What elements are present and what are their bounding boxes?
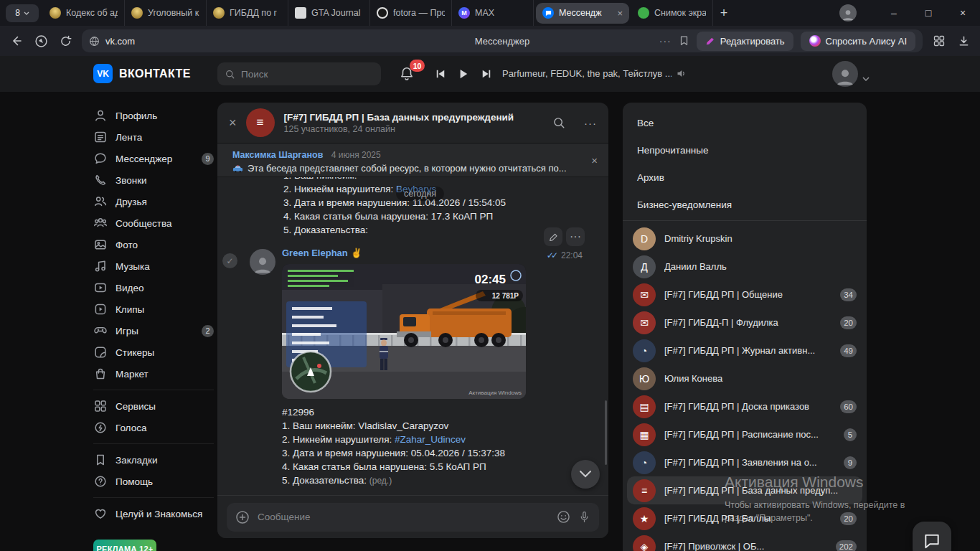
message-input[interactable]: Сообщение [227, 503, 599, 532]
browser-home-icon[interactable] [33, 33, 49, 49]
sidebar-item-games[interactable]: Игры2 [93, 320, 214, 342]
browser-tab-5[interactable]: MMAX [452, 0, 534, 26]
search-input[interactable]: Поиск [217, 62, 381, 85]
browser-tab-3[interactable]: GTA Journal [288, 0, 370, 26]
player-volume-icon[interactable] [676, 68, 687, 82]
ask-alice-button[interactable]: Спросить Алису AI [801, 32, 915, 51]
browser-tab-6[interactable]: Мессендж× [536, 3, 629, 24]
maximize-button[interactable]: □ [911, 0, 946, 26]
attach-plus-icon[interactable] [235, 510, 250, 524]
message-select-check-icon[interactable]: ✓ [222, 253, 237, 268]
sidebar-item-label: Лента [116, 132, 142, 143]
conversation-item-6[interactable]: ▤[F#7] ГИБДД РП | Доска приказов60 [623, 392, 867, 420]
message-image-attachment[interactable]: 02:45 12 781Р Активация Windows [282, 264, 526, 399]
message-author-avatar[interactable] [250, 249, 275, 275]
conversation-item-7[interactable]: ▦[F#7] ГИБДД РП | Расписание пос...5 [623, 420, 867, 448]
chatlist-filter-2[interactable]: Архив [623, 164, 867, 191]
communities-icon [93, 216, 108, 230]
chat-search-icon[interactable] [552, 116, 565, 129]
url-text: vk.com [105, 36, 135, 47]
scroll-to-bottom-button[interactable] [571, 460, 600, 489]
bookmark-icon[interactable] [679, 35, 689, 47]
browser-tab-1[interactable]: Уголовный к [125, 0, 207, 26]
close-window-button[interactable]: × [946, 0, 980, 26]
conversation-item-8[interactable]: ◔[F#7] ГИБДД РП | Заявления на о...9 [623, 448, 867, 476]
sidebar-item-market[interactable]: Маркет [93, 363, 214, 385]
edit-button[interactable]: Редактировать [697, 32, 793, 51]
browser-profile-avatar[interactable] [839, 4, 857, 22]
sidebar-item-profile[interactable]: Профиль [93, 105, 214, 126]
player-prev-button[interactable] [433, 67, 448, 80]
message-more-icon[interactable]: ··· [566, 227, 585, 246]
sidebar-item-calls[interactable]: Звонки [93, 169, 214, 191]
sidebar-item-photos[interactable]: Фото [93, 234, 214, 255]
browser-tab-2[interactable]: ГИБДД по г [207, 0, 288, 26]
extensions-icon[interactable] [931, 33, 947, 49]
message-author[interactable]: Green Elephan [282, 248, 348, 258]
sidebar-item-clips[interactable]: Клипы [93, 298, 214, 320]
ad-badge[interactable]: РЕКЛАМА 12+ [93, 540, 156, 551]
game-watermark: Активация Windows [468, 390, 522, 396]
emoji-icon[interactable] [557, 510, 570, 524]
downloads-icon[interactable] [956, 33, 971, 49]
browser-tab-7[interactable]: Снимок экра [631, 0, 713, 26]
vk-logo[interactable]: VK ВКОНТАКТЕ [93, 64, 191, 83]
services-icon [93, 399, 108, 413]
back-button[interactable] [9, 33, 24, 49]
sidebar-item-votes[interactable]: Голоса [93, 417, 214, 438]
conversation-item-0[interactable]: DDmitriy Krupskin [623, 225, 867, 253]
sidebar-item-help[interactable]: Помощь [93, 471, 214, 492]
conversation-item-9[interactable]: ≡[F#7] ГИБДД РП | База данных предуп... [627, 476, 862, 504]
conversation-item-5[interactable]: ЮЮлия Конева [623, 364, 867, 392]
player-track-title[interactable]: Parfumeur, FEDUK, the pak, Тейстлув ... [502, 68, 672, 79]
sidebar-item-friends[interactable]: Друзья [93, 191, 214, 212]
conversation-item-10[interactable]: ★[F#7] ГИБДД РП | Баллы20 [623, 504, 867, 532]
sidebar-item-services[interactable]: Сервисы [93, 395, 214, 417]
sidebar-item-dating[interactable]: Целуй и Знакомься [93, 503, 214, 524]
new-tab-button[interactable]: + [713, 6, 735, 21]
address-field[interactable]: vk.com Мессенджер ··· Редактировать Спро… [82, 29, 923, 52]
mention-link[interactable]: #Zahar_Udincev [395, 434, 466, 445]
browser-tab-4[interactable]: fotora — Про [370, 0, 452, 26]
conversation-item-3[interactable]: ✉[F#7] ГИБДД-П | Флудилка20 [623, 309, 867, 336]
vk-logo-icon: VK [93, 64, 113, 83]
game-hud-money: 12 781Р [492, 292, 519, 300]
sidebar-item-video[interactable]: Видео [93, 277, 214, 298]
message[interactable]: ✓ ··· ✓✓ 22:04 Green Elephan✌ [217, 246, 608, 488]
group-chat-avatar: ✉ [633, 311, 656, 334]
tab-group-button[interactable]: 8 [6, 4, 39, 22]
vk-profile-avatar[interactable] [832, 61, 858, 87]
conversation-item-2[interactable]: ✉[F#7] ГИБДД РП | Общение34 [623, 281, 867, 309]
support-chat-button[interactable] [913, 522, 951, 551]
message-text-segment: 1. Ваш никнейм: [283, 177, 357, 181]
player-play-button[interactable] [456, 67, 471, 80]
sidebar-item-stickers[interactable]: Стикеры [93, 342, 214, 363]
message[interactable]: 1. Ваш никнейм:2. Никнейм нарушителя: Be… [283, 177, 506, 237]
chat-scrollbar[interactable] [605, 400, 607, 465]
chat-more-icon[interactable]: ··· [584, 117, 597, 129]
address-more-icon[interactable]: ··· [659, 35, 672, 47]
sidebar-item-messenger[interactable]: Мессенджер9 [93, 148, 214, 169]
microphone-icon[interactable] [578, 510, 590, 524]
refresh-button[interactable] [57, 33, 73, 49]
browser-tab-0[interactable]: Кодекс об ад [43, 0, 125, 26]
conversation-item-4[interactable]: ◔[F#7] ГИБДД РП | Журнал активн...49 [623, 336, 867, 364]
chat-avatar[interactable]: ≡ [246, 108, 275, 137]
tab-close-icon[interactable]: × [617, 8, 623, 19]
pinned-close-icon[interactable]: × [591, 154, 598, 166]
conversation-item-11[interactable]: ◈[F#7] Приволжск | ОБ...202 [623, 532, 867, 551]
chatlist-filter-3[interactable]: Бизнес-уведомления [623, 191, 867, 218]
sidebar-item-feed[interactable]: Лента [93, 126, 214, 148]
sidebar-item-communities[interactable]: Сообщества [93, 212, 214, 234]
minimize-button[interactable]: – [877, 0, 911, 26]
chatlist-filter-0[interactable]: Все [623, 109, 867, 136]
pinned-message[interactable]: Максимка Шарганов 4 июня 2025 Эта беседа… [217, 143, 608, 177]
sidebar-item-music[interactable]: Музыка [93, 255, 214, 277]
chat-close-icon[interactable]: × [229, 116, 237, 131]
player-next-button[interactable] [479, 67, 494, 80]
sidebar-item-bookmarks[interactable]: Закладки [93, 449, 214, 471]
conversation-item-1[interactable]: ДДаниил Валль [623, 253, 867, 281]
edit-message-icon[interactable] [544, 227, 562, 246]
profile-chevron-icon[interactable] [862, 71, 870, 84]
chatlist-filter-1[interactable]: Непрочитанные [623, 136, 867, 164]
